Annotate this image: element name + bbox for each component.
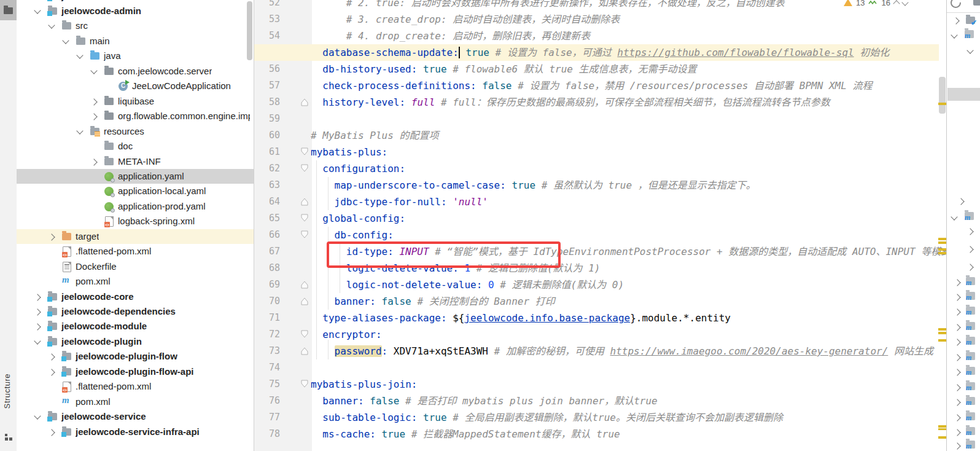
code-line-66[interactable]: db-config:: [335, 227, 394, 243]
code-line-58[interactable]: history-level: full # full：保存历史数据的最高级别，可…: [322, 94, 830, 111]
tree-row-com-jeelowcode-server[interactable]: com.jeelowcode.server: [17, 64, 254, 79]
tree-row-jeelowcode-service[interactable]: jeelowcode-service: [17, 409, 254, 424]
code-line-65[interactable]: global-config:: [322, 210, 405, 227]
project-tool-button[interactable]: [0, 0, 17, 20]
maven-tree-row[interactable]: [947, 410, 980, 424]
chevron-right-icon[interactable]: [954, 339, 960, 345]
code-line-77[interactable]: sub-table-logic: true # 全局启用副表逻辑删除，默认tru…: [322, 409, 783, 426]
modified-line-mark[interactable]: [938, 428, 946, 430]
maven-tree-row[interactable]: [947, 275, 980, 289]
modified-line-mark[interactable]: [938, 238, 946, 240]
maven-tree-row[interactable]: [947, 44, 980, 57]
code-line-62[interactable]: configuration:: [322, 160, 405, 177]
tree-row-jeelowcode-core[interactable]: jeelowcode-core: [17, 289, 254, 304]
code-line-54[interactable]: # 4. drop_create: 启动时，删除旧表，再创建新表: [346, 28, 590, 44]
maven-tree-row[interactable]: [947, 210, 980, 224]
modified-line-mark[interactable]: [938, 332, 946, 334]
chevron-right-icon[interactable]: [954, 429, 960, 436]
chevron-right-icon[interactable]: [954, 354, 960, 361]
modified-line-mark[interactable]: [938, 339, 946, 342]
prev-issue-icon[interactable]: [893, 0, 900, 7]
chevron-down-icon[interactable]: [951, 213, 957, 220]
maven-selected-row[interactable]: [947, 88, 980, 101]
chevron-right-icon[interactable]: [954, 324, 960, 331]
fold-marker-end[interactable]: [300, 297, 309, 305]
maven-tree-row[interactable]: [947, 350, 980, 364]
tree-row-doc[interactable]: doc: [17, 139, 254, 154]
maven-tree-row[interactable]: [947, 365, 980, 378]
chevron-right-icon[interactable]: [966, 264, 973, 270]
fold-marker-end[interactable]: [300, 280, 309, 289]
fold-marker-start[interactable]: [300, 147, 309, 156]
code-line-75[interactable]: mybatis-plus-join:: [311, 376, 417, 393]
maven-tree-row[interactable]: [947, 305, 980, 318]
tree-row-jeelowcode-admin[interactable]: jeelowcode-admin: [17, 4, 254, 18]
code-line-78[interactable]: ms-cache: true # 拦截器MappedStatement缓存，默认…: [322, 426, 620, 442]
code-line-61[interactable]: mybatis-plus:: [311, 144, 387, 160]
maven-tree-row[interactable]: [947, 224, 980, 238]
tree-row-resources[interactable]: resources: [17, 124, 254, 139]
code-line-53[interactable]: # 3. create_drop: 启动时自动创建表，关闭时自动删除表: [346, 11, 620, 28]
tree-row-jeelowcode-plugin[interactable]: jeelowcode-plugin: [17, 334, 254, 349]
maven-tree-row[interactable]: [947, 290, 980, 304]
code-line-57[interactable]: check-process-definitions: false # 设置为 f…: [322, 77, 872, 94]
fold-marker-end[interactable]: [300, 197, 309, 206]
chevron-right-icon[interactable]: [954, 279, 960, 286]
chevron-right-icon[interactable]: [954, 369, 960, 375]
modified-line-mark[interactable]: [938, 436, 946, 439]
tree-row-application-local-yaml[interactable]: application-local.yaml: [17, 184, 254, 198]
chevron-right-icon[interactable]: [954, 384, 960, 391]
code-line-55[interactable]: database-schema-update: true # 设置为 false…: [322, 44, 889, 61]
fold-marker-start[interactable]: [300, 330, 309, 339]
chevron-down-icon[interactable]: [966, 47, 973, 53]
maven-tree-row[interactable]: [947, 14, 980, 27]
chevron-right-icon[interactable]: [952, 17, 959, 24]
chevron-right-icon[interactable]: [957, 198, 964, 205]
code-line-64[interactable]: jdbc-type-for-null: 'null': [335, 194, 488, 210]
fold-marker-start[interactable]: [300, 380, 309, 388]
maven-tree-row[interactable]: [947, 335, 980, 348]
modified-line-mark[interactable]: [938, 103, 946, 105]
fold-marker-start[interactable]: [300, 214, 309, 222]
chevron-right-icon[interactable]: [966, 228, 973, 235]
code-line-56[interactable]: db-history-used: true # flowable6 默认 tru…: [322, 61, 696, 77]
tree-row-target[interactable]: target: [17, 229, 254, 244]
chevron-down-icon[interactable]: [951, 31, 957, 38]
fold-marker-start[interactable]: [300, 164, 309, 173]
tree-row-liquibase[interactable]: liquibase: [17, 94, 254, 109]
tree-row-main[interactable]: main: [17, 34, 254, 49]
tree-row-jeelowcode-service-infra-api[interactable]: jeelowcode-service-infra-api: [17, 425, 254, 439]
tree-row-application-prod-yaml[interactable]: application-prod.yaml: [17, 199, 254, 214]
code-line-73[interactable]: password: XDV71a+xqStEA3WH # 加解密的秘钥，可使用 …: [335, 343, 933, 359]
next-issue-icon[interactable]: [901, 0, 908, 6]
code-line-52[interactable]: # 2. true: 启动时会对数据库中所有表进行更新操作，如果表存在，不做处理…: [346, 0, 785, 11]
chevron-right-icon[interactable]: [954, 308, 960, 315]
tree-row-jeelowcodeapplication[interactable]: JeeLowCodeApplication: [17, 79, 254, 93]
code-line-70[interactable]: banner: false # 关闭控制台的 Banner 打印: [335, 293, 555, 310]
chevron-right-icon[interactable]: [954, 442, 960, 449]
chevron-right-icon[interactable]: [954, 294, 960, 300]
chevron-right-icon[interactable]: [954, 399, 960, 406]
maven-tree-row[interactable]: [947, 194, 980, 208]
code-line-76[interactable]: banner: false # 是否打印 mybatis plus join b…: [322, 393, 658, 409]
code-line-72[interactable]: encryptor:: [322, 326, 381, 343]
modified-line-mark[interactable]: [938, 248, 946, 251]
tree-row-jeelowcode-plugin-flow-api[interactable]: jeelowcode-plugin-flow-api: [17, 364, 254, 379]
maven-tree-row[interactable]: [947, 28, 980, 42]
editor-code-area[interactable]: # 2. true: 启动时会对数据库中所有表进行更新操作，如果表存在，不做处理…: [311, 0, 946, 451]
chevron-right-icon[interactable]: [954, 414, 960, 421]
tree-row-jeelowcode-dependencies[interactable]: jeelowcode-dependencies: [17, 304, 254, 319]
editor-scrollbar[interactable]: [939, 77, 946, 114]
tree-row--flattened-pom-xml[interactable]: .flattened-pom.xml: [17, 244, 254, 259]
tree-row-org-flowable-common-engine-impl[interactable]: org.flowable.common.engine.impl: [17, 109, 254, 124]
structure-icon[interactable]: [5, 434, 12, 441]
maven-tree-row[interactable]: [947, 242, 980, 256]
maven-tree-row[interactable]: [947, 380, 980, 394]
maven-tree-row[interactable]: [947, 320, 980, 334]
modified-line-mark[interactable]: [938, 252, 946, 254]
modified-line-mark[interactable]: [938, 241, 946, 244]
tree-row-pom-xml[interactable]: pom.xml: [17, 274, 254, 289]
fold-marker-end[interactable]: [300, 347, 309, 355]
tree-row-dockerfile[interactable]: Dockerfile: [17, 259, 254, 274]
code-line-63[interactable]: map-underscore-to-camel-case: true # 虽然默…: [335, 177, 756, 194]
